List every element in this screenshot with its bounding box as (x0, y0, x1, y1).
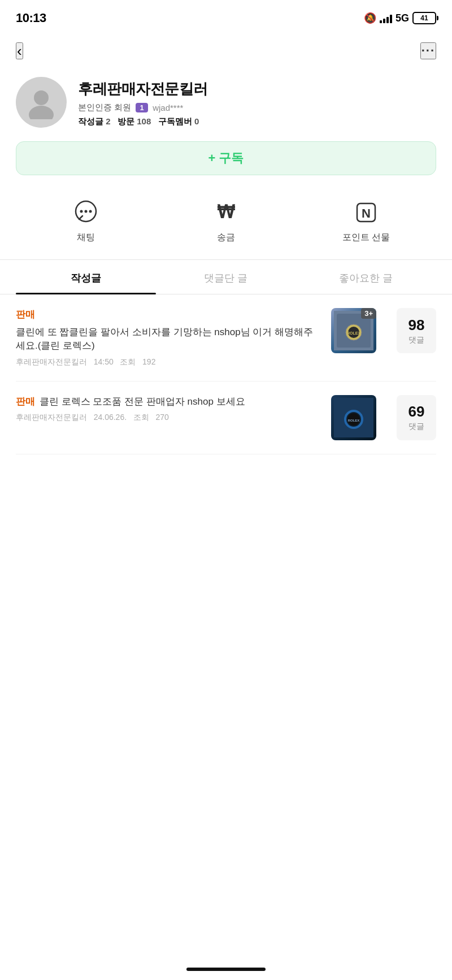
visits-label: 방문 (118, 116, 134, 126)
money-icon: ₩ (211, 198, 241, 227)
profile-info: 후레판매자전문킬러 본인인증 회원 1 wjad**** 작성글 2 방문 10… (78, 77, 436, 127)
point-action[interactable]: N 포인트 선물 (338, 198, 394, 244)
avatar-silhouette-icon (24, 85, 58, 119)
post-meta: 후레판매자전문킬러 24.06.26. 조회 270 (16, 413, 322, 423)
comment-count-box: 69 댓글 (397, 395, 436, 440)
svg-point-4 (85, 210, 88, 213)
post-thumbnail: ROLEX (331, 395, 388, 440)
post-category: 판매 (16, 395, 35, 408)
post-content: 판매 클린 로렉스 모조품 전문 판매업자 nshop 보세요 후레판매자전문킬… (16, 395, 322, 423)
money-action[interactable]: ₩ 송금 (198, 198, 254, 244)
verified-label: 본인인증 회원 (78, 102, 131, 113)
post-title-row: 판매 클린 로렉스 모조품 전문 판매업자 nshop 보세요 (16, 395, 322, 409)
post-category: 판매 (16, 308, 35, 321)
svg-point-1 (29, 106, 54, 119)
svg-point-0 (34, 90, 49, 105)
list-item[interactable]: 판매 클린에 또 짭클린을 팔아서 소비자를 기망하는 nshop님 이거 해명… (16, 294, 436, 381)
subscribe-button[interactable]: + 구독 (16, 141, 436, 175)
profile-badges: 본인인증 회원 1 wjad**** (78, 102, 436, 113)
comment-label: 댓글 (408, 335, 424, 345)
comment-count: 69 (408, 403, 425, 420)
tab-posts[interactable]: 작성글 (16, 260, 156, 294)
status-bar: 10:13 🔕 5G 41 (0, 0, 452, 34)
tabs: 작성글 댓글단 글 좋아요한 글 (0, 260, 452, 294)
subscribe-label: + 구독 (208, 150, 244, 167)
post-title: 클린 로렉스 모조품 전문 판매업자 nshop 보세요 (40, 395, 245, 409)
status-time: 10:13 (16, 11, 46, 25)
money-label: 송금 (217, 232, 235, 244)
subscribers-label: 구독멤버 (158, 116, 192, 126)
signal-icon (380, 13, 392, 23)
comment-label: 댓글 (408, 422, 424, 432)
post-thumbnail: ROLEX 3+ (331, 308, 388, 353)
svg-point-5 (89, 210, 92, 213)
network-type: 5G (395, 12, 409, 24)
avatar (16, 77, 67, 128)
visits-count: 108 (137, 116, 151, 126)
user-id: wjad**** (153, 103, 183, 112)
action-bar: 채팅 ₩ 송금 N 포인트 선물 (0, 189, 452, 259)
point-label: 포인트 선물 (342, 232, 390, 244)
comment-count: 98 (408, 316, 425, 334)
chat-icon (71, 198, 101, 227)
chat-label: 채팅 (77, 232, 95, 244)
svg-point-3 (80, 210, 83, 213)
image-count-badge: 3+ (361, 308, 376, 319)
posts-count: 2 (106, 116, 110, 126)
svg-text:ROLEX: ROLEX (347, 331, 360, 335)
svg-text:ROLEX: ROLEX (348, 419, 360, 422)
profile-stats: 작성글 2 방문 108 구독멤버 0 (78, 116, 436, 127)
svg-text:N: N (362, 206, 371, 220)
notification-muted-icon: 🔕 (364, 12, 376, 24)
svg-text:₩: ₩ (217, 202, 236, 222)
battery-icon: 41 (412, 12, 436, 24)
profile-section: 후레판매자전문킬러 본인인증 회원 1 wjad**** 작성글 2 방문 10… (0, 68, 452, 141)
posts-list: 판매 클린에 또 짭클린을 팔아서 소비자를 기망하는 nshop님 이거 해명… (0, 294, 452, 454)
post-title-row: 판매 클린에 또 짭클린을 팔아서 소비자를 기망하는 nshop님 이거 해명… (16, 308, 322, 353)
post-content: 판매 클린에 또 짭클린을 팔아서 소비자를 기망하는 nshop님 이거 해명… (16, 308, 322, 367)
chat-action[interactable]: 채팅 (58, 198, 114, 244)
list-item[interactable]: 판매 클린 로렉스 모조품 전문 판매업자 nshop 보세요 후레판매자전문킬… (16, 381, 436, 454)
point-icon: N (351, 198, 381, 227)
nav-bar: ‹ ··· (0, 34, 452, 68)
badge-number: 1 (136, 103, 148, 112)
home-indicator (186, 968, 266, 971)
comment-count-box: 98 댓글 (397, 308, 436, 353)
profile-name: 후레판매자전문킬러 (78, 79, 436, 99)
status-icons: 🔕 5G 41 (364, 12, 436, 24)
tab-comments[interactable]: 댓글단 글 (156, 260, 296, 294)
back-button[interactable]: ‹ (16, 42, 23, 59)
posts-label: 작성글 (78, 116, 103, 126)
more-button[interactable]: ··· (420, 42, 436, 59)
post-meta: 후레판매자전문킬러 14:50 조회 192 (16, 357, 322, 367)
tab-likes[interactable]: 좋아요한 글 (296, 260, 436, 294)
subscribers-count: 0 (194, 116, 199, 126)
post-title: 클린에 또 짭클린을 팔아서 소비자를 기망하는 nshop님 이거 해명해주세… (16, 326, 322, 353)
